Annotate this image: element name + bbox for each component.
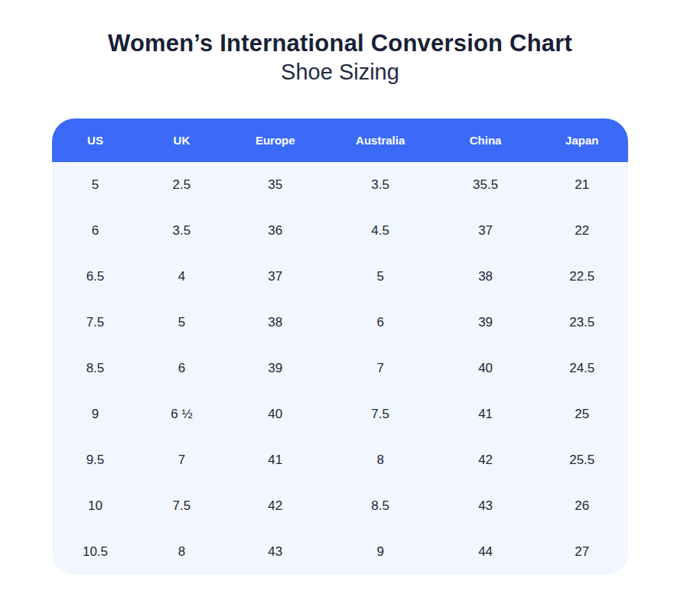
table-body: 52.5353.535.52163.5364.537226.543753822.…	[52, 162, 628, 575]
table-cell: 21	[536, 162, 628, 208]
table-cell: 8.5	[326, 483, 435, 529]
table-row: 10.584394427	[52, 529, 628, 575]
table-cell: 5	[138, 300, 225, 346]
table-cell: 22.5	[536, 254, 628, 300]
table-cell: 5	[326, 254, 435, 300]
table-cell: 10	[52, 483, 138, 529]
header-row: USUKEuropeAustraliaChinaJapan	[52, 118, 628, 162]
table-header: USUKEuropeAustraliaChinaJapan	[52, 118, 628, 162]
table-row: 8.563974024.5	[52, 346, 628, 391]
column-header-australia: Australia	[326, 118, 435, 162]
shoe-size-conversion-table: USUKEuropeAustraliaChinaJapan 52.5353.53…	[52, 118, 628, 575]
table-cell: 43	[225, 529, 326, 575]
table-cell: 7	[326, 346, 435, 391]
table-cell: 27	[536, 529, 628, 575]
table-cell: 25.5	[536, 437, 628, 483]
table-cell: 43	[435, 483, 536, 529]
table-cell: 7.5	[326, 391, 435, 437]
page-title: Women’s International Conversion Chart	[52, 0, 628, 57]
table-cell: 38	[225, 300, 326, 346]
table-cell: 37	[225, 254, 326, 300]
table-cell: 9.5	[52, 437, 138, 483]
table-row: 52.5353.535.521	[52, 162, 628, 208]
table-cell: 3.5	[326, 162, 435, 208]
table-cell: 24.5	[536, 346, 628, 391]
column-header-us: US	[52, 118, 138, 162]
table-cell: 36	[225, 208, 326, 254]
table-cell: 6.5	[52, 254, 138, 300]
column-header-uk: UK	[138, 118, 225, 162]
table-cell: 4	[138, 254, 225, 300]
table-row: 63.5364.53722	[52, 208, 628, 254]
table-cell: 7.5	[138, 483, 225, 529]
page-subtitle: Shoe Sizing	[52, 60, 628, 85]
table-cell: 25	[536, 391, 628, 437]
table-cell: 6	[138, 346, 225, 391]
table-cell: 8.5	[52, 346, 138, 391]
table-cell: 8	[326, 437, 435, 483]
table-cell: 4.5	[326, 208, 435, 254]
table-row: 9.574184225.5	[52, 437, 628, 483]
table-cell: 10.5	[52, 529, 138, 575]
table-cell: 35	[225, 162, 326, 208]
table-cell: 42	[225, 483, 326, 529]
table-cell: 39	[435, 300, 536, 346]
table-cell: 44	[435, 529, 536, 575]
table-cell: 26	[536, 483, 628, 529]
table-cell: 3.5	[138, 208, 225, 254]
table-cell: 37	[435, 208, 536, 254]
table-cell: 7	[138, 437, 225, 483]
table-cell: 8	[138, 529, 225, 575]
table-cell: 6	[52, 208, 138, 254]
table-row: 96 ½407.54125	[52, 391, 628, 437]
table-cell: 9	[52, 391, 138, 437]
table-cell: 5	[52, 162, 138, 208]
table-cell: 6	[326, 300, 435, 346]
table-cell: 22	[536, 208, 628, 254]
table-cell: 23.5	[536, 300, 628, 346]
table-cell: 41	[225, 437, 326, 483]
table-cell: 40	[225, 391, 326, 437]
table-cell: 7.5	[52, 300, 138, 346]
column-header-japan: Japan	[536, 118, 628, 162]
table-cell: 41	[435, 391, 536, 437]
table-cell: 40	[435, 346, 536, 391]
table-row: 6.543753822.5	[52, 254, 628, 300]
table-row: 7.553863923.5	[52, 300, 628, 346]
table-cell: 39	[225, 346, 326, 391]
table-row: 107.5428.54326	[52, 483, 628, 529]
table-cell: 42	[435, 437, 536, 483]
table-cell: 2.5	[138, 162, 225, 208]
table-cell: 9	[326, 529, 435, 575]
table-cell: 6 ½	[138, 391, 225, 437]
column-header-europe: Europe	[225, 118, 326, 162]
conversion-chart-page: Women’s International Conversion Chart S…	[52, 0, 628, 575]
table-cell: 35.5	[435, 162, 536, 208]
table-cell: 38	[435, 254, 536, 300]
conversion-table-container: USUKEuropeAustraliaChinaJapan 52.5353.53…	[52, 118, 628, 575]
column-header-china: China	[435, 118, 536, 162]
